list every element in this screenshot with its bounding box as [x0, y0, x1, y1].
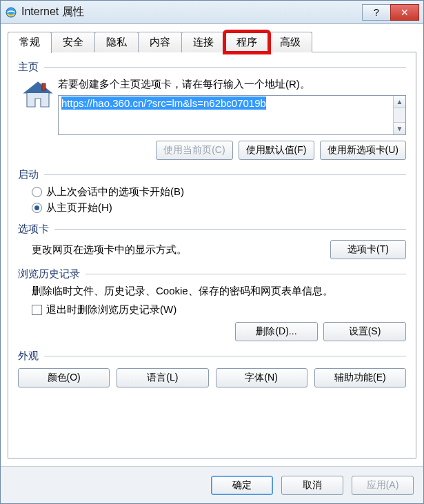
group-title-homepage: 主页 — [18, 61, 39, 74]
group-divider — [54, 229, 406, 230]
tab-security[interactable]: 安全 — [51, 32, 95, 52]
tabs-desc: 更改网页在选项卡中的显示方式。 — [32, 243, 187, 256]
group-divider — [44, 67, 406, 68]
apply-button[interactable]: 应用(A) — [352, 476, 414, 495]
ok-button[interactable]: 确定 — [211, 476, 273, 495]
group-title-startup: 启动 — [18, 168, 39, 181]
titlebar: Internet 属性 ? ✕ — [1, 1, 423, 24]
delete-history-button[interactable]: 删除(D)... — [235, 322, 318, 341]
group-title-history: 浏览历史记录 — [18, 268, 80, 281]
group-startup: 启动 从上次会话中的选项卡开始(B) 从主页开始(H) — [18, 168, 406, 214]
use-new-tab-button[interactable]: 使用新选项卡(U) — [320, 141, 406, 160]
tab-panel-general: 主页 若要创建多个主页选项卡，请在每行输入一个地址(R)。 — [8, 52, 416, 458]
languages-button[interactable]: 语言(L) — [117, 368, 208, 387]
use-current-page-button[interactable]: 使用当前页(C) — [156, 141, 232, 160]
group-tabs: 选项卡 更改网页在选项卡中的显示方式。 选项卡(T) — [18, 223, 406, 259]
use-default-button[interactable]: 使用默认值(F) — [239, 141, 314, 160]
radio-label: 从主页开始(H) — [46, 201, 112, 214]
tab-advanced[interactable]: 高级 — [268, 32, 312, 52]
radio-homepage[interactable]: 从主页开始(H) — [32, 201, 406, 214]
checkbox-label: 退出时删除浏览历史记录(W) — [46, 303, 176, 316]
scroll-down-icon[interactable]: ▼ — [394, 122, 405, 134]
accessibility-button[interactable]: 辅助功能(E) — [314, 368, 406, 387]
history-desc: 删除临时文件、历史记录、Cookie、保存的密码和网页表单信息。 — [32, 285, 406, 298]
ie-icon — [5, 6, 17, 19]
radio-icon — [32, 203, 42, 213]
checkbox-icon — [32, 305, 42, 315]
homepage-url-input[interactable]: https://hao.360.cn/?src=lm&ls=n62bc07019… — [58, 95, 406, 135]
scroll-up-icon[interactable]: ▲ — [394, 96, 405, 108]
tabs-settings-button[interactable]: 选项卡(T) — [330, 240, 406, 259]
svg-rect-3 — [42, 83, 46, 90]
home-icon — [18, 78, 58, 110]
tab-content[interactable]: 内容 — [138, 32, 182, 52]
homepage-url-text: https://hao.360.cn/?src=lm&ls=n62bc07019… — [61, 97, 266, 110]
group-history: 浏览历史记录 删除临时文件、历史记录、Cookie、保存的密码和网页表单信息。 … — [18, 268, 406, 341]
radio-icon — [32, 187, 42, 197]
tab-general[interactable]: 常规 — [8, 32, 52, 53]
group-divider — [44, 174, 406, 175]
group-divider — [44, 356, 406, 356]
group-divider — [85, 274, 406, 274]
homepage-instruction: 若要创建多个主页选项卡，请在每行输入一个地址(R)。 — [58, 78, 406, 91]
dialog-window: Internet 属性 ? ✕ 常规 安全 隐私 内容 连接 程序 高级 主页 — [0, 0, 424, 504]
tab-privacy[interactable]: 隐私 — [94, 32, 139, 52]
tab-strip: 常规 安全 隐私 内容 连接 程序 高级 — [8, 31, 416, 52]
colors-button[interactable]: 颜色(O) — [18, 368, 110, 387]
tab-programs[interactable]: 程序 — [225, 32, 269, 52]
radio-label: 从上次会话中的选项卡开始(B) — [46, 185, 184, 199]
help-button[interactable]: ? — [362, 4, 391, 21]
group-title-tabs: 选项卡 — [18, 223, 49, 236]
window-buttons: ? ✕ — [363, 4, 419, 21]
history-settings-button[interactable]: 设置(S) — [323, 322, 406, 341]
check-delete-on-exit[interactable]: 退出时删除浏览历史记录(W) — [32, 303, 406, 316]
textarea-scrollbar[interactable]: ▲ ▼ — [393, 96, 405, 134]
group-appearance: 外观 颜色(O) 语言(L) 字体(N) 辅助功能(E) — [18, 350, 406, 387]
close-button[interactable]: ✕ — [390, 4, 419, 21]
window-title: Internet 属性 — [21, 5, 363, 19]
fonts-button[interactable]: 字体(N) — [216, 368, 307, 387]
radio-last-session[interactable]: 从上次会话中的选项卡开始(B) — [32, 185, 406, 199]
group-title-appearance: 外观 — [18, 350, 39, 363]
cancel-button[interactable]: 取消 — [281, 476, 343, 495]
group-homepage: 主页 若要创建多个主页选项卡，请在每行输入一个地址(R)。 — [18, 61, 406, 160]
tab-connections[interactable]: 连接 — [181, 32, 225, 52]
svg-marker-2 — [24, 82, 52, 93]
dialog-body: 常规 安全 隐私 内容 连接 程序 高级 主页 — [1, 24, 423, 503]
dialog-footer: 确定 取消 应用(A) — [1, 466, 423, 503]
